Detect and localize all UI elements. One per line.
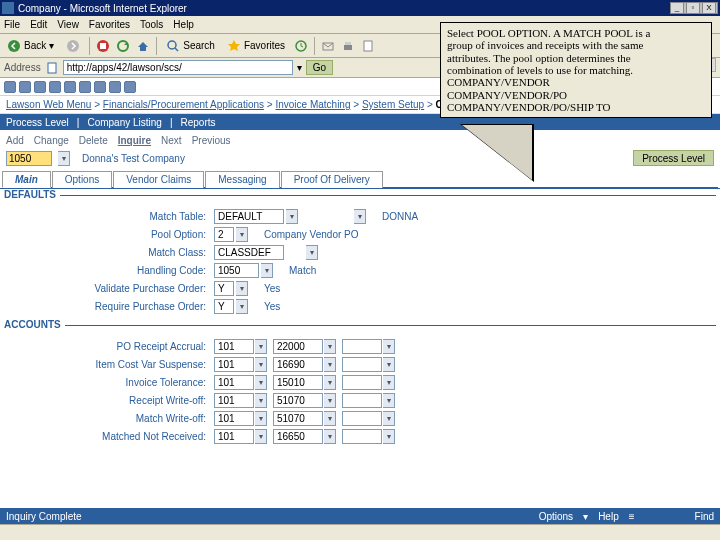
chevron-down-icon[interactable]: ▾ xyxy=(583,511,588,522)
drop-icon[interactable]: ▾ xyxy=(383,429,395,444)
mail-icon[interactable] xyxy=(321,39,335,53)
drop-icon[interactable]: ▾ xyxy=(324,357,336,372)
forward-button[interactable] xyxy=(63,38,83,54)
menu-tools[interactable]: Tools xyxy=(140,19,163,30)
acct-co[interactable] xyxy=(214,357,254,372)
acct-co[interactable] xyxy=(214,393,254,408)
stop-icon[interactable] xyxy=(96,39,110,53)
drop-icon[interactable]: ▾ xyxy=(255,357,267,372)
go-button[interactable]: Go xyxy=(306,60,333,75)
acct-main[interactable] xyxy=(273,411,323,426)
drop-icon[interactable]: ▾ xyxy=(383,375,395,390)
action-next[interactable]: Next xyxy=(161,135,182,146)
drop-icon[interactable]: ▾ xyxy=(324,339,336,354)
process-level-button[interactable]: Process Level xyxy=(633,150,714,166)
app-tool-icon[interactable] xyxy=(34,81,46,93)
acct-sub[interactable] xyxy=(342,375,382,390)
company-input[interactable] xyxy=(6,151,52,166)
list-icon[interactable]: ≡ xyxy=(629,511,635,522)
outer-min-button[interactable]: _ xyxy=(670,2,684,14)
favorites-button[interactable]: Favorites xyxy=(224,38,288,54)
action-delete[interactable]: Delete xyxy=(79,135,108,146)
acct-main[interactable] xyxy=(273,357,323,372)
crumb-setup[interactable]: System Setup xyxy=(362,99,424,110)
crumb-financials[interactable]: Financials/Procurement Applications xyxy=(103,99,264,110)
drop-icon[interactable]: ▾ xyxy=(383,411,395,426)
search-button[interactable]: Search xyxy=(163,38,218,54)
formtab-messaging[interactable]: Messaging xyxy=(205,171,279,188)
formtab-main[interactable]: Main xyxy=(2,171,51,188)
match-table-input[interactable] xyxy=(214,209,284,224)
action-add[interactable]: Add xyxy=(6,135,24,146)
acct-main[interactable] xyxy=(273,339,323,354)
history-icon[interactable] xyxy=(294,39,308,53)
drop-icon[interactable]: ▾ xyxy=(255,429,267,444)
acct-co[interactable] xyxy=(214,339,254,354)
drop-icon[interactable]: ▾ xyxy=(236,299,248,314)
acct-main[interactable] xyxy=(273,393,323,408)
app-tool-icon[interactable] xyxy=(124,81,136,93)
app-tool-icon[interactable] xyxy=(79,81,91,93)
app-tool-icon[interactable] xyxy=(49,81,61,93)
formtab-options[interactable]: Options xyxy=(52,171,112,188)
back-button[interactable]: Back ▾ xyxy=(4,38,57,54)
require-po-input[interactable] xyxy=(214,299,234,314)
match-class-input[interactable] xyxy=(214,245,284,260)
drop-icon[interactable]: ▾ xyxy=(255,375,267,390)
app-tool-icon[interactable] xyxy=(64,81,76,93)
action-change[interactable]: Change xyxy=(34,135,69,146)
menu-favorites[interactable]: Favorites xyxy=(89,19,130,30)
app-tool-icon[interactable] xyxy=(109,81,121,93)
drop-icon[interactable]: ▾ xyxy=(306,245,318,260)
drop-icon[interactable]: ▾ xyxy=(383,393,395,408)
drop-icon[interactable]: ▾ xyxy=(236,281,248,296)
status-help[interactable]: Help xyxy=(598,511,619,522)
drop-icon[interactable]: ▾ xyxy=(261,263,273,278)
refresh-icon[interactable] xyxy=(116,39,130,53)
edit-icon[interactable] xyxy=(361,39,375,53)
app-tool-icon[interactable] xyxy=(4,81,16,93)
validate-po-input[interactable] xyxy=(214,281,234,296)
company-drop-icon[interactable]: ▾ xyxy=(58,151,70,166)
drop-icon[interactable]: ▾ xyxy=(255,411,267,426)
status-find[interactable]: Find xyxy=(695,511,714,522)
status-options[interactable]: Options xyxy=(539,511,573,522)
acct-main[interactable] xyxy=(273,375,323,390)
acct-sub[interactable] xyxy=(342,429,382,444)
drop-icon[interactable]: ▾ xyxy=(383,339,395,354)
drop-icon[interactable]: ▾ xyxy=(286,209,298,224)
app-tool-icon[interactable] xyxy=(94,81,106,93)
menu-edit[interactable]: Edit xyxy=(30,19,47,30)
drop-icon[interactable]: ▾ xyxy=(324,375,336,390)
drop-icon[interactable]: ▾ xyxy=(255,339,267,354)
drop-icon[interactable]: ▾ xyxy=(324,429,336,444)
acct-sub[interactable] xyxy=(342,393,382,408)
acct-main[interactable] xyxy=(273,429,323,444)
tab-reports[interactable]: Reports xyxy=(181,117,216,128)
acct-sub[interactable] xyxy=(342,357,382,372)
handling-code-input[interactable] xyxy=(214,263,259,278)
app-tool-icon[interactable] xyxy=(19,81,31,93)
drop-icon[interactable]: ▾ xyxy=(236,227,248,242)
print-icon[interactable] xyxy=(341,39,355,53)
formtab-proof[interactable]: Proof Of Delivery xyxy=(281,171,383,188)
crumb-root[interactable]: Lawson Web Menu xyxy=(6,99,91,110)
menu-file[interactable]: File xyxy=(4,19,20,30)
menu-help[interactable]: Help xyxy=(173,19,194,30)
drop-icon[interactable]: ▾ xyxy=(255,393,267,408)
acct-co[interactable] xyxy=(214,429,254,444)
address-input[interactable] xyxy=(63,60,293,75)
acct-sub[interactable] xyxy=(342,339,382,354)
formtab-vendor-claims[interactable]: Vendor Claims xyxy=(113,171,204,188)
acct-co[interactable] xyxy=(214,411,254,426)
pool-option-input[interactable] xyxy=(214,227,234,242)
outer-close-button[interactable]: X xyxy=(702,2,716,14)
outer-max-button[interactable]: ▫ xyxy=(686,2,700,14)
addr-drop-icon[interactable]: ▾ xyxy=(297,62,302,73)
tab-process-level[interactable]: Process Level xyxy=(6,117,69,128)
action-previous[interactable]: Previous xyxy=(192,135,231,146)
action-inquire[interactable]: Inquire xyxy=(118,135,151,146)
drop-icon[interactable]: ▾ xyxy=(354,209,366,224)
tab-company-listing[interactable]: Company Listing xyxy=(87,117,161,128)
home-icon[interactable] xyxy=(136,39,150,53)
